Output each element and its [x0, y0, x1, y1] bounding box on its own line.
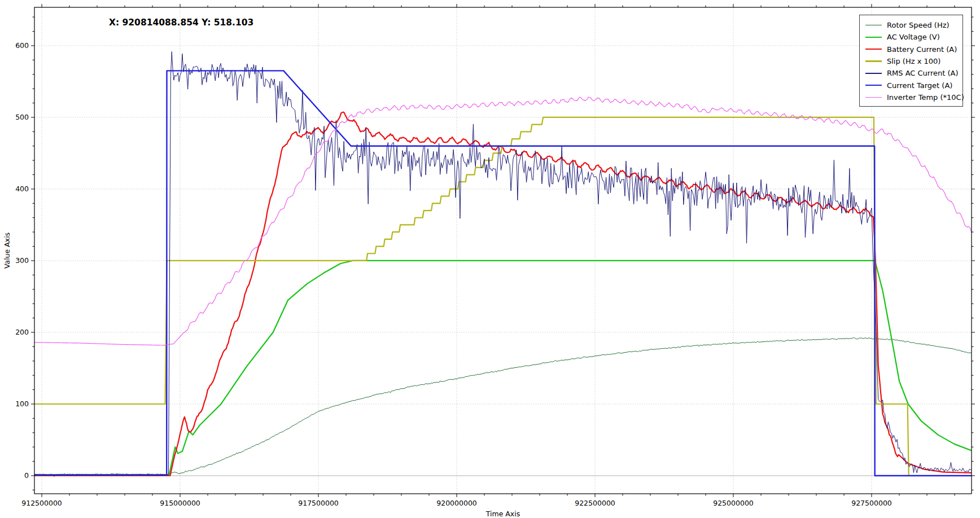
- legend-item-label: Slip (Hz x 100): [887, 57, 940, 65]
- chart-window: 9125000009150000009175000009200000009225…: [0, 0, 980, 518]
- plot-border: [34, 7, 972, 494]
- legend: Rotor Speed (Hz)AC Voltage (V)Battery Cu…: [859, 15, 963, 107]
- legend-line-swatch: [865, 25, 882, 25]
- y-tick-label: 400: [15, 185, 29, 193]
- legend-item: Slip (Hz x 100): [865, 55, 958, 67]
- y-tick-label: 300: [15, 256, 29, 265]
- legend-item-label: AC Voltage (V): [887, 33, 940, 41]
- y-axis-label: Value Axis: [3, 232, 11, 269]
- x-tick-label: 927500000: [851, 499, 892, 507]
- legend-item: AC Voltage (V): [865, 31, 958, 43]
- legend-line-swatch: [865, 60, 882, 62]
- series-current_target: [34, 71, 972, 476]
- legend-item: Current Target (A): [865, 79, 958, 91]
- legend-item: Battery Current (A): [865, 43, 958, 55]
- x-tick-label: 915000000: [160, 499, 200, 507]
- legend-item-label: Inverter Temp (*10C): [887, 93, 964, 102]
- legend-item: Inverter Temp (*10C): [865, 91, 958, 103]
- y-tick-label: 600: [15, 41, 29, 50]
- y-tick-label: 500: [15, 113, 29, 121]
- y-tick-label: 100: [15, 400, 29, 408]
- legend-item-label: RMS AC Current (A): [887, 69, 959, 77]
- plot-canvas[interactable]: 9125000009150000009175000009200000009225…: [34, 7, 972, 494]
- legend-item-label: Battery Current (A): [887, 45, 957, 54]
- x-tick-label: 917500000: [298, 499, 339, 507]
- series-inverter_temp: [34, 97, 972, 345]
- y-tick-label: 0: [24, 471, 29, 480]
- legend-line-swatch: [865, 85, 882, 86]
- legend-line-swatch: [865, 37, 882, 38]
- legend-item: RMS AC Current (A): [865, 67, 958, 79]
- x-tick-label: 912500000: [21, 499, 62, 507]
- cursor-readout: X: 920814088.854 Y: 518.103: [109, 17, 253, 28]
- legend-line-swatch: [865, 97, 882, 98]
- legend-item: Rotor Speed (Hz): [865, 19, 958, 31]
- legend-line-swatch: [865, 49, 882, 50]
- y-tick-label: 200: [15, 328, 29, 336]
- series-ac_voltage: [34, 261, 972, 475]
- legend-item-label: Rotor Speed (Hz): [887, 21, 950, 29]
- x-tick-label: 925000000: [713, 499, 754, 507]
- legend-item-label: Current Target (A): [887, 81, 952, 90]
- x-axis-label: Time Axis: [485, 510, 520, 518]
- x-tick-label: 920000000: [436, 499, 477, 507]
- x-tick-label: 922500000: [575, 499, 615, 507]
- series-rms_ac_current: [34, 52, 972, 477]
- series-battery_current: [34, 112, 972, 476]
- legend-line-swatch: [865, 73, 882, 73]
- series-layer: [34, 52, 972, 477]
- series-slip: [34, 117, 972, 476]
